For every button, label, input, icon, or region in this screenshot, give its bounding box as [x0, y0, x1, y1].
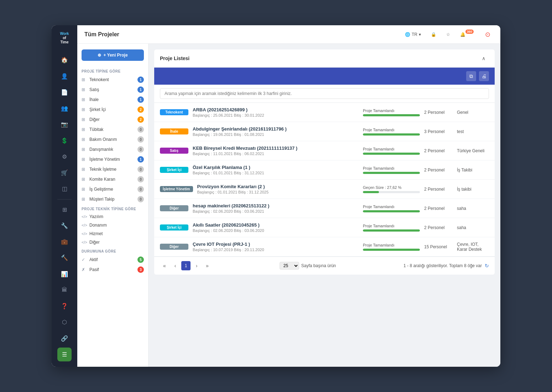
sidebar-icon-cart[interactable]: 🛒 [57, 166, 72, 180]
type-filter-item[interactable]: ⊞ Tübitak 0 [77, 125, 148, 134]
code-icon: </> [82, 223, 87, 227]
filter-count: 1 [137, 96, 144, 103]
table-row[interactable]: Şirket İçi Özel Karşılık Planlama (1 ) B… [154, 160, 495, 180]
filter-count: 0 [137, 196, 144, 202]
project-info: Çevre IOT Projesi (PRJ-1 ) Başlangıç : 1… [193, 242, 359, 252]
grid-icon: ⊞ [82, 137, 87, 142]
sidebar-icon-chart[interactable]: 📊 [57, 267, 72, 281]
project-info: Özel Karşılık Planlama (1 ) Başlangıç : … [193, 165, 359, 175]
project-dates: Başlangıç : 25.06.2021 Bitiş : 30.01.202… [193, 113, 359, 117]
type-filter-item[interactable]: ⊞ Danışmanlık 0 [77, 144, 148, 154]
sidebar-icon-user[interactable]: 👤 [57, 69, 72, 83]
search-input[interactable] [160, 88, 489, 99]
project-personnel: 2 Personel [424, 148, 453, 153]
project-info: Akıllı Saatler (2020621045265 ) Başlangı… [193, 222, 359, 233]
status-text: Proje Tamamlandı [363, 147, 420, 151]
progress-bar [363, 229, 420, 232]
sidebar-icon-grid[interactable]: ⊞ [57, 202, 72, 216]
sidebar-icon-help[interactable]: ❓ [57, 299, 72, 313]
type-filter-item[interactable]: ⊞ Teknik İşletme 0 [77, 164, 148, 174]
project-dates: Başlangıç : 10.07.2019 Bitiş : 20.11.202… [193, 248, 359, 252]
type-filter-item[interactable]: ⊞ Teknokent 1 [77, 75, 148, 85]
sidebar-icon-file[interactable]: 📄 [57, 85, 72, 99]
project-type-badge: Diğer [160, 244, 188, 250]
status-filter-item[interactable]: ✗ Pasif 3 [77, 265, 148, 275]
print-btn[interactable]: 🖨 [479, 71, 489, 81]
sidebar-icon-home[interactable]: 🏠 [57, 53, 72, 67]
notifications-btn[interactable]: 🔔 360 [457, 31, 478, 38]
lock-icon: 🔒 [431, 32, 436, 37]
star-btn[interactable]: ☆ [443, 31, 453, 38]
status-icon: ✗ [82, 267, 87, 272]
type-filter-item[interactable]: ⊞ Şirket İçi 2 [77, 105, 148, 115]
progress-fill [363, 191, 379, 193]
sidebar-icon-wrench[interactable]: 🔧 [57, 219, 72, 233]
user-circle-icon: ⊙ [485, 31, 490, 38]
type-filter-item[interactable]: ⊞ İş Geliştirme 0 [77, 184, 148, 194]
prev-page-btn[interactable]: ‹ [171, 261, 180, 270]
next-page-btn[interactable]: › [192, 261, 201, 270]
project-dates: Başlangıç : 02.06.2020 Bitiş : 03.06.202… [193, 209, 359, 213]
project-status: Proje Tamamlandı [363, 205, 420, 212]
type-filter-item[interactable]: ⊞ Müşteri Takip 0 [77, 194, 148, 204]
filter-count: 0 [137, 136, 144, 143]
sidebar-icon-dollar[interactable]: 💲 [57, 133, 72, 147]
sidebar-icon-users[interactable]: 👥 [57, 101, 72, 115]
type-filter-item[interactable]: ⊞ Satış 1 [77, 85, 148, 95]
tech-filter-item[interactable]: </> Hizmet [77, 229, 148, 238]
status-text: Proje Tamamlandı [363, 166, 420, 170]
table-row[interactable]: Şirket İçi Akıllı Saatler (2020621045265… [154, 218, 495, 237]
progress-fill [363, 153, 420, 155]
status-filter-item[interactable]: ✓ Aktif 5 [77, 255, 148, 265]
table-row[interactable]: Teknokent ARBA (20216251426899 ) Başlang… [154, 103, 495, 122]
new-project-button[interactable]: ⊕ + Yeni Proje [82, 49, 144, 61]
table-row[interactable]: İhale Abdulginger Şenirlandalı (20216119… [154, 122, 495, 141]
progress-fill [363, 229, 420, 232]
project-type-badge: Şirket İçi [160, 224, 188, 231]
profile-btn[interactable]: ⊙ [482, 29, 493, 40]
project-info: hesap makineleri (2020621513122 ) Başlan… [193, 203, 359, 213]
tech-filter-item[interactable]: </> Donanım [77, 221, 148, 229]
filter-count: 0 [137, 186, 144, 192]
sidebar-icon-menu[interactable]: ☰ [57, 348, 72, 361]
sidebar-icon-link[interactable]: 🔗 [57, 332, 72, 345]
sidebar-icon-camera[interactable]: 📷 [57, 117, 72, 131]
filter-label: Komite Karan [89, 177, 135, 182]
type-filter-item[interactable]: ⊞ Bakım Onarım 0 [77, 134, 148, 144]
type-filter-item[interactable]: ⊞ İşletme Yönetim 1 [77, 154, 148, 164]
tech-filter-item[interactable]: </> Diğer [77, 238, 148, 247]
filter-by-status-title: DURUMUNA GÖRE [77, 247, 148, 255]
first-page-btn[interactable]: « [160, 261, 169, 270]
table-row[interactable]: Diğer Çevre IOT Projesi (PRJ-1 ) Başlang… [154, 237, 495, 256]
type-filter-item[interactable]: ⊞ Komite Karan 0 [77, 174, 148, 184]
project-tag: Çevre, IOT, Karar Destek [457, 242, 489, 252]
refresh-btn[interactable]: ↻ [485, 263, 489, 269]
sidebar-icon-briefcase[interactable]: 💼 [57, 235, 72, 249]
sidebar-icon-share[interactable]: ⬡ [57, 315, 72, 329]
sidebar-divider [57, 199, 72, 200]
per-page-select[interactable]: 25 50 100 [280, 262, 299, 270]
table-row[interactable]: Diğer hesap makineleri (2020621513122 ) … [154, 199, 495, 218]
project-name: Abdulginger Şenirlandalı (2021611911796 … [193, 126, 359, 132]
pagination-info: 1 - 8 aralığı gösteriliyor. Toplam 8 öğe… [403, 263, 489, 269]
tech-label: Hizmet [89, 231, 103, 236]
status-text: Geçen Süre : 27,62 % [363, 185, 420, 190]
type-filter-item[interactable]: ⊞ Diğer 2 [77, 115, 148, 125]
language-btn[interactable]: 🌐 TR ▾ [402, 31, 424, 38]
table-row[interactable]: İşletme Yönetim Provizyon Komite Kararla… [154, 180, 495, 199]
sidebar-icon-bank[interactable]: 🏛 [57, 283, 72, 297]
project-tag: saha [457, 225, 489, 230]
tech-filter-item[interactable]: </> Yazılım [77, 212, 148, 221]
sidebar-icon-layers[interactable]: ◫ [57, 182, 72, 196]
filter-count: 1 [137, 156, 144, 163]
sidebar-icon-settings[interactable]: ⚙ [57, 150, 72, 164]
lock-btn[interactable]: 🔒 [428, 31, 439, 38]
page-title: Tüm Projeler [84, 31, 119, 38]
type-filter-item[interactable]: ⊞ İhale 1 [77, 95, 148, 105]
copy-btn[interactable]: ⧉ [466, 71, 476, 81]
last-page-btn[interactable]: » [203, 261, 212, 270]
filter-by-tech-title: PROJE TEKNİK TİPİNE GÖRE [77, 204, 148, 212]
sidebar-icon-tool[interactable]: 🔨 [57, 251, 72, 265]
collapse-btn[interactable]: ∧ [478, 53, 489, 64]
table-row[interactable]: Satış KEB Bireysel Kredi Mevzuatı (20211… [154, 141, 495, 160]
